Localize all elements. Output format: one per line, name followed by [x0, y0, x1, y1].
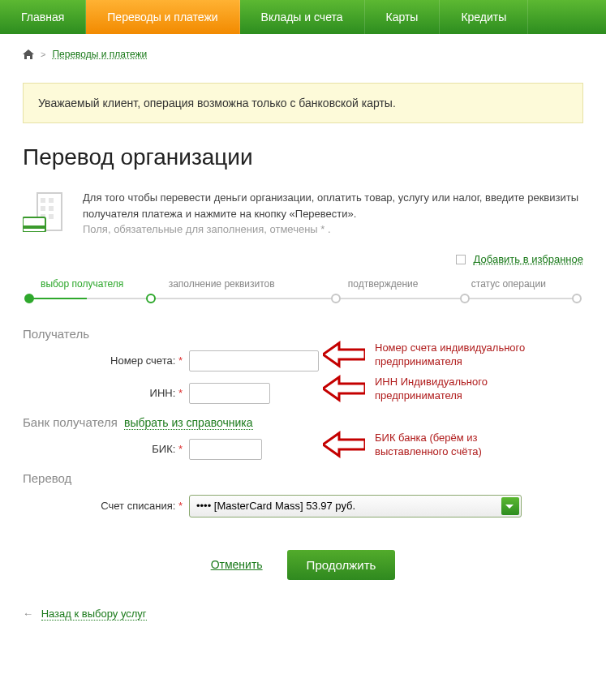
actions-row: Отменить Продолжить — [23, 550, 583, 580]
svg-rect-1 — [41, 198, 45, 203]
source-label: Счет списания: — [101, 500, 175, 512]
svg-rect-6 — [49, 214, 54, 219]
arrow-left-icon — [323, 375, 365, 402]
top-nav: Главная Переводы и платежи Вклады и счет… — [0, 0, 606, 34]
page-title: Перевод организации — [23, 144, 583, 170]
inn-label: ИНН: — [150, 387, 176, 399]
nav-tab-deposits[interactable]: Вклады и счета — [240, 0, 365, 34]
svg-rect-2 — [49, 198, 54, 203]
breadcrumb-sep: > — [41, 49, 45, 59]
step-label-4: статус операции — [471, 278, 546, 290]
back-row: ← Назад к выбору услуг — [23, 608, 583, 620]
section-recipient: Получатель — [23, 327, 583, 341]
nav-tab-payments[interactable]: Переводы и платежи — [86, 0, 239, 34]
step-dot-2 — [146, 294, 156, 303]
step-dot-5 — [572, 294, 582, 303]
arrow-left-small-icon: ← — [23, 608, 33, 620]
favorites-row: Добавить в избранное — [23, 252, 583, 265]
continue-button[interactable]: Продолжить — [287, 550, 396, 580]
account-input[interactable] — [189, 350, 319, 371]
back-link[interactable]: Назад к выбору услуг — [41, 608, 147, 621]
svg-rect-7 — [23, 217, 45, 232]
intro-line2: Поля, обязательные для заполнения, отмеч… — [83, 221, 583, 238]
field-inn-row: ИНН: * ИНН Индивидуального предпринимате… — [23, 383, 583, 404]
intro: Для того чтобы перевести деньги организа… — [23, 190, 583, 238]
required-marker: * — [178, 387, 183, 399]
bookmark-icon — [456, 255, 466, 264]
svg-rect-4 — [49, 206, 54, 211]
step-dot-4 — [460, 294, 470, 303]
step-label-1: выбор получателя — [41, 278, 123, 290]
section-bank: Банк получателя выбрать из справочника — [23, 415, 583, 429]
inn-input[interactable] — [189, 383, 270, 404]
nav-tab-cards[interactable]: Карты — [365, 0, 441, 34]
arrow-left-icon — [323, 431, 365, 458]
building-card-icon — [23, 190, 68, 232]
breadcrumb: > Переводы и платежи — [23, 49, 583, 60]
field-account-row: Номер счета: * Номер счета индивидуально… — [23, 350, 583, 371]
nav-tab-credits[interactable]: Кредиты — [440, 0, 528, 34]
step-dot-1 — [24, 294, 34, 303]
cancel-link[interactable]: Отменить — [211, 558, 263, 571]
breadcrumb-link[interactable]: Переводы и платежи — [52, 49, 147, 60]
field-bik-row: БИК: * БИК банка (берём из выставленного… — [23, 439, 583, 460]
svg-rect-8 — [23, 225, 45, 229]
step-dot-3 — [331, 294, 341, 303]
step-label-3: подтверждение — [348, 278, 419, 290]
required-marker: * — [178, 500, 183, 512]
svg-rect-3 — [41, 206, 45, 211]
account-label: Номер счета: — [110, 354, 175, 367]
field-source-row: Счет списания: * •••• [MasterCard Mass] … — [23, 495, 583, 517]
home-icon[interactable] — [23, 49, 34, 59]
bik-input[interactable] — [189, 439, 262, 460]
arrow-left-icon — [323, 341, 365, 368]
directory-link[interactable]: выбрать из справочника — [124, 416, 252, 430]
required-marker: * — [178, 443, 183, 455]
section-transfer: Перевод — [23, 471, 583, 485]
wizard-steps: выбор получателя заполнение реквизитов п… — [23, 280, 583, 303]
nav-tab-home[interactable]: Главная — [0, 0, 86, 34]
source-account-select[interactable]: •••• [MasterCard Mass] 53.97 руб. — [189, 495, 522, 517]
step-label-2: заполнение реквизитов — [169, 278, 275, 290]
add-favorite-link[interactable]: Добавить в избранное — [474, 253, 583, 265]
callout-account: Номер счета индивидуального предпринимат… — [375, 341, 545, 369]
callout-bik: БИК банка (берём из выставленного счёта) — [375, 431, 545, 459]
callout-inn: ИНН Индивидуального предпринимателя — [375, 375, 545, 403]
bik-label: БИК: — [152, 443, 175, 455]
notice-banner: Уважаемый клиент, операция возможна толь… — [23, 83, 583, 123]
required-marker: * — [178, 354, 183, 367]
intro-line1: Для того чтобы перевести деньги организа… — [83, 190, 583, 221]
